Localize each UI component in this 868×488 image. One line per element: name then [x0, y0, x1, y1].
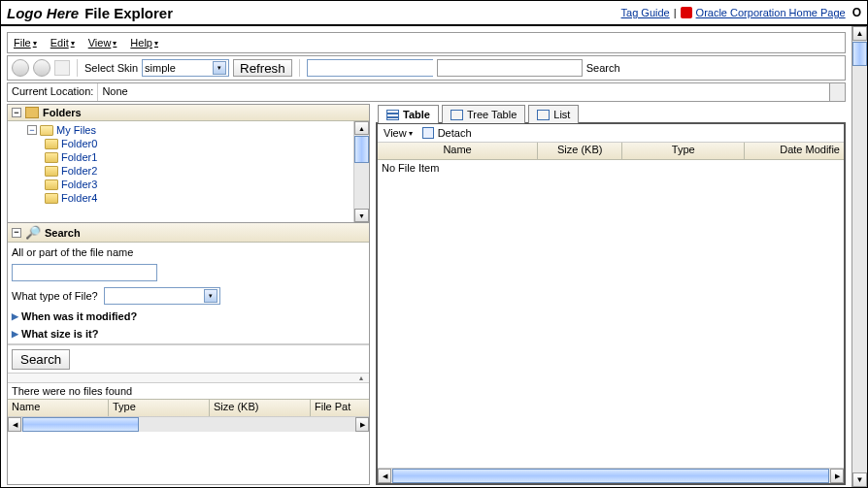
col-type[interactable]: Type	[109, 400, 210, 416]
search-button[interactable]: Search	[12, 349, 70, 370]
toolbar: Select Skin simple ▾ Refresh ▾ Search	[7, 55, 846, 81]
folder-tree[interactable]: − My Files Folder0 Folder1 Folder2 Folde…	[8, 121, 353, 222]
empty-message: No File Item	[382, 162, 439, 174]
scroll-thumb[interactable]	[392, 469, 829, 483]
scroll-thumb[interactable]	[852, 42, 867, 66]
filename-input[interactable]	[12, 264, 157, 281]
chevron-down-icon: ▾	[213, 61, 226, 75]
results-status: There were no files found	[8, 383, 369, 399]
location-label: Current Location:	[8, 83, 98, 101]
search-label: Search	[586, 62, 620, 74]
col-size[interactable]: Size (KB)	[538, 143, 622, 159]
menu-view[interactable]: View▾	[88, 37, 117, 49]
chevron-down-icon: ▾	[154, 39, 158, 48]
app-header: Logo Here File Explorer Tag Guide | Orac…	[1, 1, 867, 26]
scroll-down-icon[interactable]: ▼	[852, 472, 867, 487]
tree-item[interactable]: Folder0	[12, 137, 350, 150]
collapse-icon[interactable]: −	[12, 228, 21, 238]
scroll-up-icon[interactable]: ▲	[852, 26, 867, 41]
chevron-down-icon: ▾	[409, 129, 413, 138]
location-bar: Current Location: None	[7, 82, 846, 102]
menu-edit[interactable]: Edit▾	[50, 37, 75, 49]
scroll-right-icon[interactable]: ▶	[830, 469, 844, 483]
scroll-left-icon[interactable]: ◀	[378, 469, 391, 483]
tree-root[interactable]: − My Files	[12, 123, 350, 137]
col-name[interactable]: Name	[8, 400, 109, 416]
scroll-left-icon[interactable]: ◀	[8, 417, 21, 432]
app-title: File Explorer	[84, 5, 173, 21]
binoculars-icon: 🔎	[25, 225, 41, 240]
menu-file[interactable]: File▾	[14, 37, 37, 49]
tab-list[interactable]: List	[528, 105, 579, 123]
page-scrollbar[interactable]: ▲ ▼	[851, 26, 867, 487]
tab-table[interactable]: Table	[378, 105, 439, 123]
tree-item[interactable]: Folder1	[12, 150, 350, 164]
right-pane: Table Tree Table List View▾ Detach Name …	[376, 104, 846, 485]
scroll-up-icon[interactable]: ▲	[354, 121, 369, 135]
scroll-thumb[interactable]	[22, 417, 139, 432]
oracle-icon	[681, 7, 692, 18]
tree-item[interactable]: Folder3	[12, 178, 350, 191]
chevron-down-icon: ▾	[204, 289, 217, 303]
tab-tree-table[interactable]: Tree Table	[442, 105, 525, 123]
path-combo[interactable]: ▾	[307, 59, 433, 77]
tree-item[interactable]: Folder2	[12, 164, 350, 178]
folder-icon	[45, 139, 58, 149]
folders-header[interactable]: − Folders	[8, 105, 369, 121]
chevron-down-icon: ▾	[113, 39, 117, 48]
scroll-right-icon[interactable]: ▶	[355, 417, 369, 432]
results-scrollbar[interactable]: ◀ ▶	[8, 416, 369, 432]
scroll-down-icon[interactable]: ▼	[354, 209, 369, 222]
oracle-home-link[interactable]: Oracle Corporation Home Page	[696, 7, 846, 18]
triangle-right-icon: ▶	[12, 329, 18, 339]
refresh-button[interactable]: Refresh	[233, 59, 292, 77]
detach-icon	[422, 127, 434, 139]
what-size-disclosure[interactable]: ▶What size is it?	[12, 328, 365, 340]
search-input[interactable]	[437, 59, 583, 77]
left-pane: − Folders − My Files Folder0 Folder1 Fol…	[7, 104, 370, 485]
scroll-thumb[interactable]	[354, 136, 369, 163]
nav-forward-button[interactable]	[33, 59, 50, 77]
folder-icon	[45, 166, 58, 177]
tree-icon	[25, 107, 39, 118]
filetype-select[interactable]: ▾	[104, 287, 220, 305]
tag-guide-link[interactable]: Tag Guide	[621, 7, 670, 18]
tree-table-icon	[451, 110, 463, 120]
location-dropdown[interactable]	[829, 83, 845, 101]
chevron-down-icon: ▾	[33, 39, 37, 48]
view-tabs: Table Tree Table List	[376, 104, 846, 122]
tree-scrollbar[interactable]: ▲ ▼	[353, 121, 369, 222]
location-value: None	[98, 83, 829, 101]
tree-item[interactable]: Folder4	[12, 191, 350, 205]
table-scrollbar[interactable]: ◀ ▶	[378, 468, 844, 483]
when-modified-disclosure[interactable]: ▶When was it modified?	[12, 310, 365, 322]
search-header[interactable]: − 🔎 Search	[8, 223, 369, 243]
logo: Logo Here	[7, 5, 79, 21]
skin-select[interactable]: simple ▾	[142, 59, 229, 77]
filename-label: All or part of the file name	[12, 246, 365, 258]
folder-icon	[45, 152, 58, 163]
select-skin-label: Select Skin	[84, 62, 138, 74]
col-size[interactable]: Size (KB)	[210, 400, 311, 416]
nav-up-button[interactable]	[54, 60, 70, 76]
col-path[interactable]: File Pat	[311, 400, 369, 416]
collapse-icon[interactable]: −	[12, 108, 21, 117]
menu-help[interactable]: Help▾	[130, 37, 158, 49]
filetype-label: What type of File?	[12, 290, 98, 302]
collapse-icon[interactable]: −	[27, 125, 37, 135]
nav-back-button[interactable]	[12, 59, 29, 77]
col-date[interactable]: Date Modifie	[745, 143, 844, 159]
table-icon	[386, 110, 399, 120]
info-icon[interactable]: O	[852, 6, 861, 19]
chevron-down-icon: ▾	[71, 39, 75, 48]
path-input[interactable]	[308, 60, 446, 76]
col-name[interactable]: Name	[378, 143, 538, 159]
results-header-row: Name Type Size (KB) File Pat	[8, 399, 369, 416]
triangle-right-icon: ▶	[12, 311, 18, 321]
detach-button[interactable]: Detach	[422, 127, 472, 139]
folder-open-icon	[40, 125, 53, 136]
view-menu[interactable]: View▾	[384, 127, 413, 139]
panel-resize-handle[interactable]: ▴	[8, 374, 369, 383]
folder-icon	[45, 179, 58, 190]
col-type[interactable]: Type	[622, 143, 745, 159]
